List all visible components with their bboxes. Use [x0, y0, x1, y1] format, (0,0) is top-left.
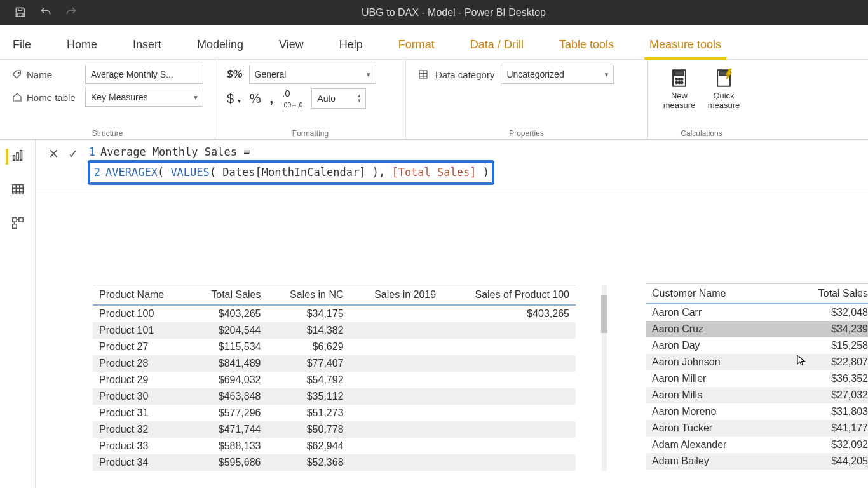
tab-data-drill[interactable]: Data / Drill — [452, 32, 541, 59]
svg-point-8 — [679, 82, 681, 84]
table-row[interactable]: Aaron Cruz$34,239 — [646, 321, 868, 337]
report-view-button[interactable] — [6, 149, 25, 165]
table-row[interactable]: Product 31$577,296$51,273 — [93, 405, 576, 421]
visual-products-table[interactable]: Product NameTotal SalesSales in NCSales … — [93, 285, 576, 471]
scroll-thumb[interactable] — [601, 295, 607, 333]
column-header[interactable]: Sales in 2019 — [350, 285, 443, 305]
commit-formula-icon[interactable]: ✓ — [68, 144, 79, 161]
ribbon-group-properties: Data category Uncategorized ▼ Properties — [406, 60, 648, 139]
report-canvas[interactable]: Product NameTotal SalesSales in NCSales … — [36, 189, 868, 488]
group-label-properties: Properties — [417, 125, 635, 138]
table-row[interactable]: Aaron Carr$32,048 — [646, 304, 868, 321]
decimals-input[interactable]: Auto ▲▼ — [311, 88, 366, 109]
table-row[interactable]: Product 29$694,032$54,792 — [93, 372, 576, 388]
svg-point-4 — [675, 78, 677, 80]
formula-bar[interactable]: ✕ ✓ 1Average Monthly Sales = 2 AVERAGEX(… — [36, 140, 868, 189]
data-category-select[interactable]: Uncategorized ▼ — [501, 65, 614, 84]
column-header[interactable]: Product Name — [93, 285, 189, 305]
tab-table-tools[interactable]: Table tools — [541, 32, 632, 59]
measure-name-input[interactable]: Average Monthly S... — [85, 65, 203, 84]
group-label-structure: Structure — [11, 125, 203, 138]
table-row[interactable]: Product 101$204,544$14,382 — [93, 322, 576, 339]
data-view-button[interactable] — [11, 182, 25, 198]
svg-point-5 — [679, 78, 681, 80]
svg-point-6 — [681, 78, 683, 80]
table-row[interactable]: Product 34$595,686$52,368 — [93, 454, 576, 471]
svg-rect-12 — [13, 156, 15, 160]
ribbon: Name Average Monthly S... Home table Key… — [0, 60, 868, 140]
group-label-formatting: Formatting — [227, 125, 394, 138]
svg-rect-14 — [20, 151, 22, 161]
menu-bar: File HomeInsertModelingViewHelpFormatDat… — [0, 25, 868, 60]
svg-rect-17 — [18, 218, 22, 222]
column-header[interactable]: Sales of Product 100 — [442, 285, 576, 305]
svg-point-0 — [18, 72, 19, 74]
tab-home[interactable]: Home — [49, 32, 115, 59]
ribbon-group-calculations: New measure Quick measure Calculations — [648, 60, 756, 139]
title-bar: UBG to DAX - Model - Power BI Desktop — [0, 0, 868, 25]
currency-button[interactable]: $ ▾ — [227, 92, 241, 106]
column-header[interactable]: Customer Name — [646, 283, 779, 304]
format-select[interactable]: General ▼ — [249, 65, 376, 84]
table-row[interactable]: Aaron Day$15,258 — [646, 337, 868, 354]
table-row[interactable]: Aaron Tucker$41,177 — [646, 420, 868, 437]
table-row[interactable]: Adam Alexander$32,092 — [646, 437, 868, 453]
chevron-down-icon: ▼ — [193, 94, 199, 101]
table-row[interactable]: Product 27$115,534$6,629 — [93, 339, 576, 355]
home-table-select[interactable]: Key Measures ▼ — [85, 88, 203, 107]
svg-point-9 — [681, 82, 683, 84]
thousands-button[interactable]: , — [269, 92, 273, 106]
decimal-button[interactable]: .0.00→.0 — [282, 88, 302, 109]
save-icon[interactable] — [14, 6, 27, 20]
table-row[interactable]: Adam Bailey$44,205 — [646, 453, 868, 470]
svg-rect-15 — [12, 185, 23, 194]
format-icon: $% — [227, 68, 243, 81]
svg-rect-13 — [17, 152, 18, 160]
svg-rect-18 — [12, 224, 16, 228]
percent-button[interactable]: % — [250, 92, 261, 106]
cancel-formula-icon[interactable]: ✕ — [48, 144, 59, 161]
tab-help[interactable]: Help — [322, 32, 381, 59]
visual-customers-table[interactable]: Customer NameTotal Sales Aaron Carr$32,0… — [646, 283, 868, 470]
formula-editor[interactable]: 1Average Monthly Sales = 2 AVERAGEX( VAL… — [88, 144, 494, 185]
scrollbar[interactable]: ▴ — [600, 285, 609, 471]
undo-icon[interactable] — [39, 6, 52, 20]
table-row[interactable]: Aaron Miller$36,352 — [646, 370, 868, 387]
chevron-down-icon: ▼ — [603, 71, 609, 78]
group-label-calculations: Calculations — [659, 125, 744, 138]
spinner-icon[interactable]: ▲▼ — [356, 93, 362, 104]
chevron-down-icon: ▼ — [365, 71, 372, 78]
svg-point-7 — [675, 82, 677, 84]
svg-rect-3 — [675, 72, 684, 76]
window-title: UBG to DAX - Model - Power BI Desktop — [78, 7, 868, 18]
column-header[interactable]: Sales in NC — [268, 285, 350, 305]
home-table-label: Home table — [11, 92, 79, 103]
table-row[interactable]: Product 32$471,744$50,778 — [93, 421, 576, 438]
ribbon-group-formatting: $% General ▼ $ ▾ % , .0.00→.0 Auto ▲▼ Fo… — [215, 60, 406, 139]
quick-measure-button[interactable]: Quick measure — [703, 67, 744, 111]
tab-modeling[interactable]: Modeling — [179, 32, 261, 59]
ribbon-group-structure: Name Average Monthly S... Home table Key… — [0, 60, 215, 139]
tab-format[interactable]: Format — [381, 32, 452, 59]
table-row[interactable]: Aaron Johnson$22,807 — [646, 354, 868, 370]
name-label: Name — [11, 69, 79, 80]
table-row[interactable]: Product 30$463,848$35,112 — [93, 388, 576, 405]
file-menu[interactable]: File — [0, 32, 49, 59]
data-category-label: Data category — [417, 69, 494, 80]
table-row[interactable]: Product 28$841,489$77,407 — [93, 355, 576, 372]
model-view-button[interactable] — [11, 216, 25, 232]
new-measure-button[interactable]: New measure — [659, 67, 700, 111]
redo-icon[interactable] — [65, 6, 78, 20]
table-row[interactable]: Aaron Moreno$31,803 — [646, 403, 868, 420]
svg-rect-16 — [12, 218, 16, 222]
table-row[interactable]: Aaron Mills$27,032 — [646, 387, 868, 403]
tab-measure-tools[interactable]: Measure tools — [632, 32, 739, 59]
tab-view[interactable]: View — [261, 32, 322, 59]
view-switcher — [0, 140, 36, 488]
column-header[interactable]: Total Sales — [189, 285, 267, 305]
table-row[interactable]: Product 100$403,265$34,175$403,265 — [93, 305, 576, 322]
column-header[interactable]: Total Sales — [779, 283, 868, 304]
table-row[interactable]: Product 33$588,133$62,944 — [93, 438, 576, 454]
tab-insert[interactable]: Insert — [115, 32, 179, 59]
